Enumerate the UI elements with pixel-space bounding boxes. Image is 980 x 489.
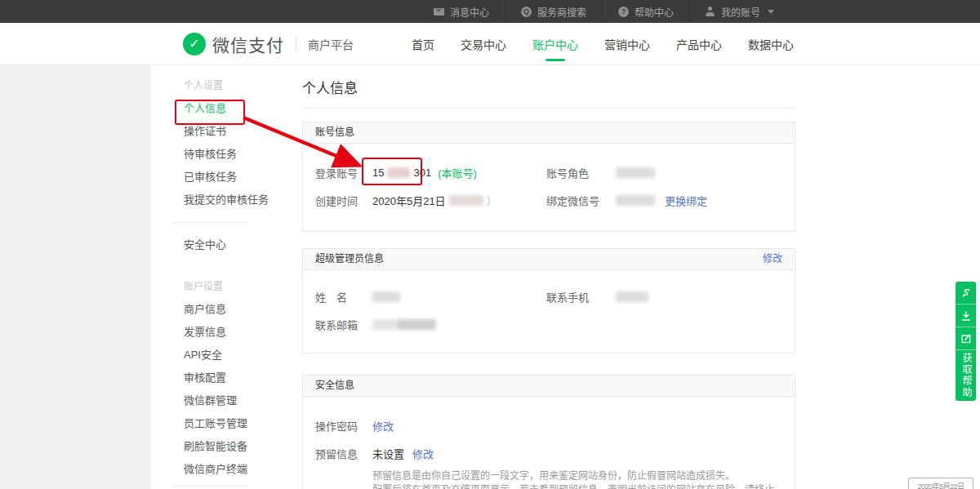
app-header: ✓ 微信支付 商户平台 首页 交易中心 账户中心 营销中心 产品中心 数据中心 (0, 23, 980, 65)
brand-divider (296, 36, 296, 52)
login-prefix: 15 (372, 167, 384, 179)
security-info-panel: 安全信息 操作密码 修改 预留信息 未设置 修改 预留信息是由你自己设置的一段文… (302, 375, 795, 489)
super-admin-panel: 超级管理员信息 修改 姓 名 联系手机 (302, 248, 795, 353)
sidebar-item-security-center[interactable]: 安全中心 (184, 233, 282, 256)
chevron-down-icon (768, 10, 774, 14)
merchant-platform-page: 消息中心 Q 服务商搜索 ? 帮助中心 我的账号 ✓ 微信支付 商户平台 首页 … (0, 0, 980, 489)
nav-account-center[interactable]: 账户中心 (531, 31, 580, 57)
panel-title: 账号信息 (315, 122, 354, 143)
field-label: 预留信息 (315, 446, 372, 461)
portal-name: 商户平台 (308, 36, 354, 52)
feedback-button[interactable] (956, 327, 976, 350)
security-info-panel-header: 安全信息 (303, 376, 795, 397)
account-info-panel-header: 账号信息 (303, 122, 795, 144)
sidebar-item-pending-review-tasks[interactable]: 待审核任务 (184, 143, 282, 166)
nav-marketing-center[interactable]: 营销中心 (603, 31, 652, 57)
login-account-field: 登录账号 15 301 (本账号) (315, 165, 546, 180)
field-label: 操作密码 (315, 418, 372, 433)
topbar-item-my-account[interactable]: 我的账号 (689, 0, 790, 23)
sidebar-divider (172, 222, 249, 223)
field-row: 登录账号 15 301 (本账号) 账号角色 (315, 165, 782, 180)
bound-wechat-field: 绑定微信号 更换绑定 (546, 193, 707, 208)
redacted-account-role (616, 167, 655, 178)
operation-password-field: 操作密码 修改 (315, 418, 782, 433)
field-label: 登录账号 (315, 165, 372, 180)
user-icon (706, 7, 715, 16)
topbar-item-label: 帮助中心 (635, 5, 674, 19)
sidebar-item-review-config[interactable]: 审核配置 (184, 367, 282, 389)
redacted-wechat-id (616, 195, 655, 206)
nav-home[interactable]: 首页 (410, 31, 436, 57)
sidebar-item-invoice-info[interactable]: 发票信息 (184, 321, 282, 344)
account-info-panel: 账号信息 登录账号 15 301 (本账号) (302, 122, 795, 232)
admin-edit-link[interactable]: 修改 (763, 249, 782, 269)
download-button[interactable] (956, 305, 976, 327)
password-edit-link[interactable]: 修改 (372, 418, 394, 433)
topbar-item-message-center[interactable]: 消息中心 (418, 0, 505, 23)
account-info-panel-body: 登录账号 15 301 (本账号) 账号角色 (303, 144, 795, 231)
reserved-info-description: 预留信息是由你自己设置的一段文字，用来鉴定网站身份，防止假冒网站造成损失。 配置… (372, 469, 782, 489)
sidebar-item-api-security[interactable]: API安全 (184, 344, 282, 367)
reserved-status: 未设置 (372, 446, 404, 461)
topbar-item-label: 消息中心 (450, 5, 489, 19)
brand-name: 微信支付 (212, 32, 284, 56)
sidebar-item-operation-certificate[interactable]: 操作证书 (184, 120, 282, 143)
field-label: 姓 名 (315, 289, 372, 305)
created-time-field: 创建时间 2020年5月21日 ） (315, 193, 546, 208)
redacted-admin-email (372, 319, 436, 330)
topbar: 消息中心 Q 服务商搜索 ? 帮助中心 我的账号 (0, 0, 980, 23)
floating-help-rail: 获取帮助 (956, 282, 976, 401)
field-label: 账号角色 (546, 165, 616, 180)
link-button[interactable] (956, 282, 976, 305)
sidebar-item-merchant-info[interactable]: 商户信息 (184, 298, 282, 321)
page-title: 个人信息 (302, 80, 795, 98)
admin-name-field: 姓 名 (315, 289, 546, 305)
panel-title: 超级管理员信息 (315, 249, 384, 269)
current-account-tag: (本账号) (438, 165, 477, 180)
nav-transaction-center[interactable]: 交易中心 (459, 31, 508, 57)
description-line: 预留信息是由你自己设置的一段文字，用来鉴定网站身份，防止假冒网站造成损失。 (372, 469, 782, 483)
redacted-created-time (449, 195, 483, 206)
redacted-admin-name (372, 291, 400, 302)
security-info-panel-body: 操作密码 修改 预留信息 未设置 修改 预留信息是由你自己设置的一段文字，用来鉴… (303, 397, 795, 489)
redacted-login-middle (387, 167, 410, 178)
description-line: 配置后将在首页及充值页面显示。若未看到预留信息，表明当前访问的网站存在风险，请终… (372, 483, 782, 489)
sidebar-divider (172, 486, 249, 487)
sidebar-header-personal-settings: 个人设置 (184, 74, 282, 97)
rebind-link[interactable]: 更换绑定 (665, 193, 707, 208)
sidebar-item-staff-account-mgmt[interactable]: 员工账号管理 (184, 412, 282, 435)
nav-data-center[interactable]: 数据中心 (746, 31, 795, 57)
sidebar-header-account-settings: 账户设置 (184, 275, 282, 298)
left-gutter (0, 65, 151, 489)
super-admin-panel-body: 姓 名 联系手机 联系邮箱 (303, 270, 795, 353)
get-help-button[interactable]: 获取帮助 (956, 350, 976, 401)
download-icon (960, 310, 972, 322)
field-label: 创建时间 (315, 193, 372, 208)
sidebar-item-my-submitted-tasks[interactable]: 我提交的审核任务 (184, 189, 282, 211)
feedback-edit-icon (960, 333, 972, 345)
sidebar-item-wechat-group-mgmt[interactable]: 微信群管理 (184, 389, 282, 412)
page-body: 个人设置 个人信息 操作证书 待审核任务 已审核任务 我提交的审核任务 安全中心… (0, 65, 980, 489)
topbar-item-provider-search[interactable]: Q 服务商搜索 (505, 0, 602, 23)
admin-phone-field: 联系手机 (546, 289, 648, 305)
sidebar: 个人设置 个人信息 操作证书 待审核任务 已审核任务 我提交的审核任务 安全中心… (151, 65, 282, 489)
reserved-edit-link[interactable]: 修改 (412, 446, 434, 461)
created-date: 2020年5月21日 (372, 193, 446, 208)
panel-title: 安全信息 (315, 376, 354, 396)
sidebar-item-face-pay-devices[interactable]: 刷脸智能设备 (184, 435, 282, 458)
account-role-field: 账号角色 (546, 165, 655, 180)
topbar-item-help-center[interactable]: ? 帮助中心 (602, 0, 689, 23)
title-divider (302, 108, 795, 109)
main-content: 个人信息 账号信息 登录账号 15 301 ( (302, 65, 795, 489)
envelope-icon (434, 8, 444, 16)
sidebar-item-wechat-merchant-terminal[interactable]: 微信商户终端 (184, 458, 282, 481)
sidebar-item-reviewed-tasks[interactable]: 已审核任务 (184, 166, 282, 189)
login-account-value: 15 301 (本账号) (372, 165, 477, 180)
topbar-item-label: 服务商搜索 (537, 5, 586, 19)
sidebar-item-personal-info[interactable]: 个人信息 (184, 97, 282, 120)
field-label: 联系邮箱 (315, 317, 372, 332)
field-row: 联系邮箱 (315, 317, 782, 332)
reserved-info-field: 预留信息 未设置 修改 (315, 446, 782, 461)
topbar-item-label: 我的账号 (721, 5, 760, 19)
nav-product-center[interactable]: 产品中心 (675, 31, 724, 57)
